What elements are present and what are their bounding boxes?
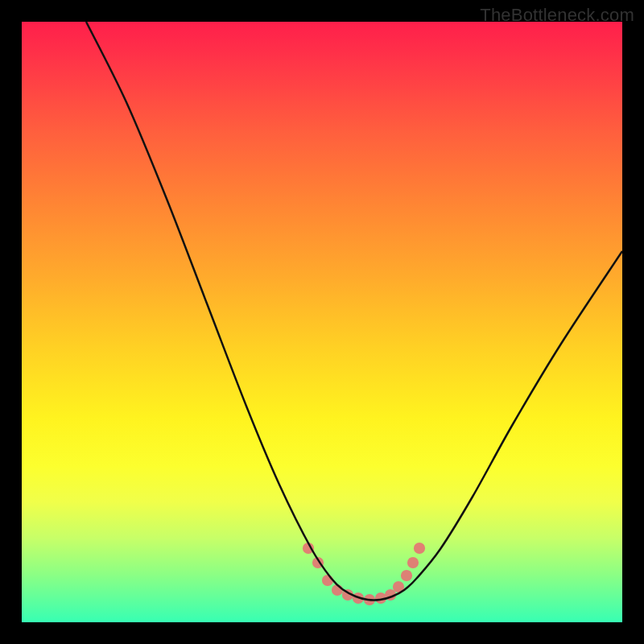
- curve-layer: [22, 22, 622, 622]
- chart-frame: TheBottleneck.com: [0, 0, 644, 644]
- plot-area: [22, 22, 622, 622]
- main-curve: [86, 22, 622, 601]
- watermark-text: TheBottleneck.com: [480, 5, 634, 26]
